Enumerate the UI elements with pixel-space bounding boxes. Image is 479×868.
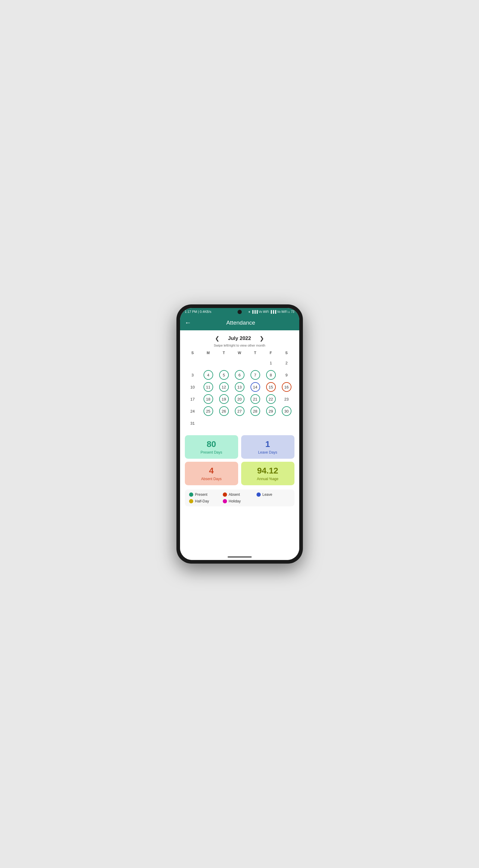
legend-leave: Leave	[256, 493, 290, 497]
cal-day-14[interactable]: 14	[247, 381, 263, 393]
cal-day-12[interactable]: 12	[216, 381, 232, 393]
cal-day-16[interactable]: 16	[279, 381, 295, 393]
swipe-hint: Swipe left/right to view other month	[185, 344, 295, 347]
cal-day-22[interactable]: 22	[263, 394, 279, 404]
holiday-dot	[223, 499, 227, 503]
cal-day-6[interactable]: 6	[232, 370, 247, 380]
cal-day-4[interactable]: 4	[201, 370, 216, 380]
absent-days-card: 4 Absent Days	[185, 462, 238, 485]
annual-percentage-label: Annual %age	[244, 477, 292, 481]
next-month-button[interactable]: ❯	[257, 334, 267, 343]
calendar-week-3: 10 11 12 13 14 15 16	[185, 381, 295, 393]
cal-day-empty	[247, 358, 263, 368]
calendar-grid: S M T W T F S 1	[185, 350, 295, 429]
camera-notch	[238, 310, 242, 314]
month-nav: ❮ July 2022 ❯	[185, 334, 295, 343]
cal-day-13[interactable]: 13	[232, 381, 247, 393]
status-icons: ∗ ▐▐▐ Vo WiFi ▐▐▐ Vo WiFi ⍋ 73	[248, 310, 294, 313]
calendar-week-4: 17 18 19 20 21 22 23	[185, 394, 295, 404]
cal-day-20[interactable]: 20	[232, 394, 247, 404]
cal-day-empty	[185, 358, 201, 368]
cal-day-26[interactable]: 26	[216, 406, 232, 416]
cal-day-8[interactable]: 8	[263, 370, 279, 380]
present-days-card: 80 Present Days	[185, 435, 238, 459]
stats-section: 80 Present Days 1 Leave Days 4 Absent Da…	[180, 432, 299, 488]
absent-days-label: Absent Days	[188, 477, 235, 481]
annual-percentage-number: 94.12	[244, 466, 292, 475]
leave-dot	[256, 493, 261, 497]
legend-section: Present Absent Leave Half-Day Holiday	[185, 490, 295, 506]
cal-day-21[interactable]: 21	[247, 394, 263, 404]
cal-day-9[interactable]: 9	[279, 370, 295, 380]
content-area: ❮ July 2022 ❯ Swipe left/right to view o…	[180, 330, 299, 554]
cal-day-empty	[263, 418, 279, 429]
cal-day-empty	[201, 358, 216, 368]
cal-day-31[interactable]: 31	[185, 418, 201, 429]
legend-holiday-label: Holiday	[229, 499, 241, 503]
cal-day-5[interactable]: 5	[216, 370, 232, 380]
legend-leave-label: Leave	[263, 493, 272, 497]
home-indicator	[228, 556, 252, 558]
cal-day-30[interactable]: 30	[279, 406, 295, 416]
cal-day-empty	[232, 418, 247, 429]
cal-day-2[interactable]: 2	[279, 358, 295, 368]
day-header-f: F	[263, 350, 279, 355]
legend-absent: Absent	[223, 493, 256, 497]
day-header-m: M	[201, 350, 216, 355]
cal-day-27[interactable]: 27	[232, 406, 247, 416]
back-button[interactable]: ←	[185, 319, 192, 327]
cal-day-empty	[201, 418, 216, 429]
cal-day-25[interactable]: 25	[201, 406, 216, 416]
cal-day-24[interactable]: 24	[185, 406, 201, 416]
app-header: ← Attendance	[180, 315, 299, 330]
calendar-header-row: S M T W T F S	[185, 350, 295, 355]
halfday-dot	[189, 499, 193, 503]
battery-level: 73	[291, 310, 294, 313]
phone-frame: 1:17 PM | 0.4KB/s ∗ ▐▐▐ Vo WiFi ▐▐▐ Vo W…	[176, 304, 303, 564]
cal-day-10[interactable]: 10	[185, 381, 201, 393]
cal-day-empty	[247, 418, 263, 429]
leave-days-label: Leave Days	[244, 450, 292, 455]
cal-day-15[interactable]: 15	[263, 381, 279, 393]
cal-day-23[interactable]: 23	[279, 394, 295, 404]
legend-absent-label: Absent	[229, 493, 240, 497]
cal-day-19[interactable]: 19	[216, 394, 232, 404]
calendar-week-5: 24 25 26 27 28 29 30	[185, 406, 295, 416]
absent-days-number: 4	[188, 466, 235, 475]
cal-day-17[interactable]: 17	[185, 394, 201, 404]
app-title: Attendance	[196, 319, 285, 326]
legend-halfday-label: Half-Day	[195, 499, 209, 503]
cal-day-3[interactable]: 3	[185, 370, 201, 380]
cal-day-empty	[216, 358, 232, 368]
day-header-t1: T	[216, 350, 232, 355]
cal-day-29[interactable]: 29	[263, 406, 279, 416]
present-dot	[189, 493, 193, 497]
present-days-label: Present Days	[188, 450, 235, 455]
calendar-week-6: 31	[185, 418, 295, 429]
cal-day-1[interactable]: 1	[263, 358, 279, 368]
status-time: 1:17 PM | 0.4KB/s	[185, 310, 211, 313]
cal-day-18[interactable]: 18	[201, 394, 216, 404]
prev-month-button[interactable]: ❮	[212, 334, 222, 343]
day-header-s2: S	[279, 350, 295, 355]
calendar-section: ❮ July 2022 ❯ Swipe left/right to view o…	[180, 330, 299, 432]
home-bar	[180, 554, 299, 560]
legend-holiday: Holiday	[223, 499, 256, 503]
month-title: July 2022	[228, 336, 251, 341]
present-days-number: 80	[188, 439, 235, 449]
calendar-week-1: 1 2	[185, 358, 295, 368]
legend-present-label: Present	[195, 493, 207, 497]
cal-day-empty	[232, 358, 247, 368]
legend-present: Present	[189, 493, 223, 497]
day-header-s1: S	[185, 350, 201, 355]
cal-day-11[interactable]: 11	[201, 381, 216, 393]
legend-halfday: Half-Day	[189, 499, 223, 503]
cal-day-28[interactable]: 28	[247, 406, 263, 416]
cal-day-empty	[216, 418, 232, 429]
annual-percentage-card: 94.12 Annual %age	[241, 462, 295, 485]
cal-day-7[interactable]: 7	[247, 370, 263, 380]
calendar-week-2: 3 4 5 6 7 8 9	[185, 370, 295, 380]
phone-screen: 1:17 PM | 0.4KB/s ∗ ▐▐▐ Vo WiFi ▐▐▐ Vo W…	[180, 308, 299, 560]
day-header-w: W	[232, 350, 247, 355]
absent-dot	[223, 493, 227, 497]
